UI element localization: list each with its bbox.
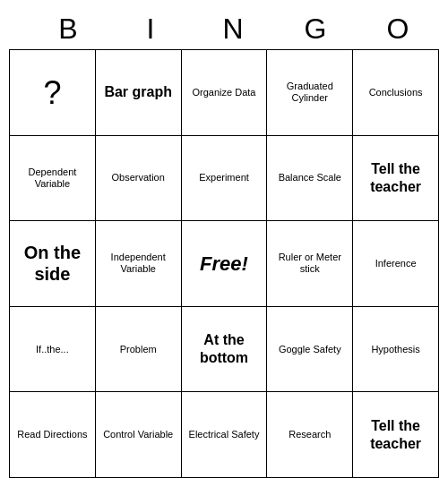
header-n: N [192, 9, 274, 49]
grid-cell-15: If..the... [10, 307, 96, 393]
cell-text-4: Conclusions [369, 87, 423, 98]
grid-cell-10: On the side [10, 221, 96, 307]
grid-cell-5: Dependent Variable [10, 136, 96, 222]
grid-cell-16: Problem [96, 307, 182, 393]
grid-cell-4: Conclusions [353, 50, 439, 136]
cell-text-7: Experiment [199, 172, 249, 184]
cell-text-5: Dependent Variable [13, 167, 92, 190]
cell-text-2: Organize Data [193, 87, 256, 98]
header-o: O [357, 9, 439, 49]
grid-cell-11: Independent Variable [96, 221, 182, 307]
cell-text-8: Balance Scale [279, 172, 341, 184]
grid-cell-1: Bar graph [96, 50, 182, 136]
cell-text-18: Goggle Safety [279, 344, 341, 355]
cell-text-6: Observation [112, 172, 165, 184]
grid-cell-3: Graduated Cylinder [267, 50, 353, 136]
cell-text-14: Inference [375, 258, 417, 269]
cell-text-13: Ruler or Meter stick [270, 252, 349, 275]
bingo-grid: ?Bar graphOrganize DataGraduated Cylinde… [9, 49, 439, 478]
header-b: B [27, 9, 109, 49]
grid-cell-6: Observation [96, 136, 182, 222]
grid-cell-19: Hypothesis [353, 307, 439, 393]
cell-text-16: Problem [120, 344, 157, 355]
cell-text-1: Bar graph [104, 83, 172, 101]
cell-text-15: If..the... [36, 344, 69, 355]
cell-text-24: Tell the teacher [356, 417, 435, 453]
bingo-header: B I N G O [9, 9, 439, 49]
cell-text-3: Graduated Cylinder [270, 81, 349, 104]
grid-cell-17: At the bottom [182, 307, 268, 393]
grid-cell-22: Electrical Safety [182, 392, 268, 478]
grid-cell-13: Ruler or Meter stick [267, 221, 353, 307]
grid-cell-20: Read Directions [10, 392, 96, 478]
cell-text-21: Control Variable [103, 429, 173, 440]
grid-cell-0: ? [10, 50, 96, 136]
grid-cell-8: Balance Scale [267, 136, 353, 222]
cell-text-19: Hypothesis [371, 344, 419, 355]
grid-cell-24: Tell the teacher [353, 392, 439, 478]
grid-cell-7: Experiment [182, 136, 268, 222]
cell-text-11: Independent Variable [99, 252, 178, 275]
grid-cell-12: Free! [182, 221, 268, 307]
cell-text-17: At the bottom [185, 331, 264, 367]
grid-cell-23: Research [267, 392, 353, 478]
grid-cell-9: Tell the teacher [353, 136, 439, 222]
cell-text-22: Electrical Safety [189, 429, 260, 440]
header-g: G [274, 9, 357, 49]
bingo-card: B I N G O ?Bar graphOrganize DataGraduat… [9, 9, 439, 478]
grid-cell-21: Control Variable [96, 392, 182, 478]
cell-text-23: Research [289, 429, 331, 440]
header-i: I [109, 9, 192, 49]
grid-cell-18: Goggle Safety [267, 307, 353, 393]
cell-text-12: Free! [200, 252, 248, 277]
cell-text-20: Read Directions [17, 429, 87, 440]
cell-text-10: On the side [13, 242, 92, 285]
grid-cell-2: Organize Data [182, 50, 268, 136]
grid-cell-14: Inference [353, 221, 439, 307]
cell-text-9: Tell the teacher [356, 160, 435, 196]
cell-text-0: ? [43, 73, 61, 113]
